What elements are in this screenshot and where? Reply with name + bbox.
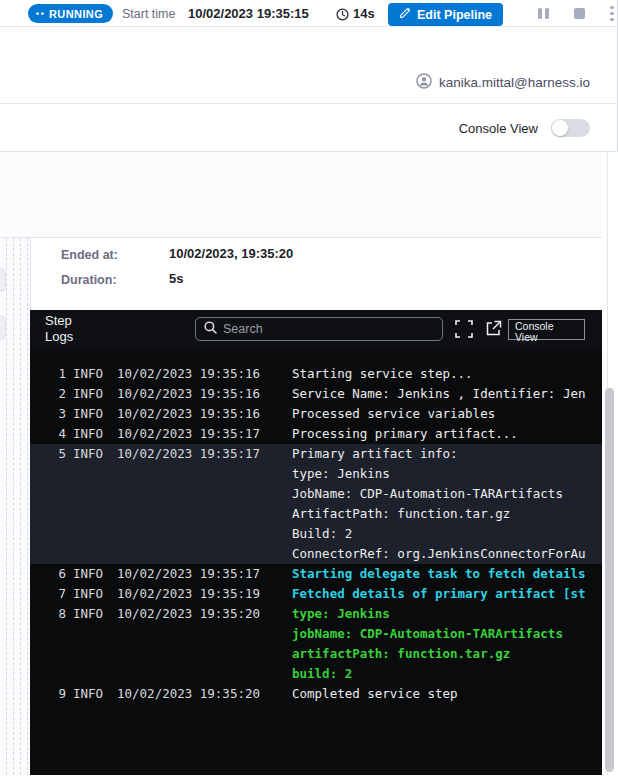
fullscreen-icon[interactable] xyxy=(455,320,473,338)
console-view-toggle[interactable] xyxy=(551,119,590,137)
console-view-label: Console View xyxy=(459,121,538,136)
log-entry: 1INFO10/02/2023 19:35:16Starting service… xyxy=(30,364,602,384)
step-logs-panel: Step Logs Console View 1INFO10/02/2023 1… xyxy=(30,310,602,775)
edit-pipeline-label: Edit Pipeline xyxy=(417,8,492,22)
run-status-bar: RUNNING Start time 10/02/2023 19:35:15 1… xyxy=(0,0,618,27)
log-search-box xyxy=(195,317,443,341)
running-indicator-dots xyxy=(36,12,44,15)
log-entry: 5INFO10/02/2023 19:35:17Primary artifact… xyxy=(30,444,602,564)
log-entry: 2INFO10/02/2023 19:35:16Service Name: Je… xyxy=(30,384,602,404)
stop-execution-button[interactable] xyxy=(574,0,585,27)
pencil-icon xyxy=(399,7,411,22)
log-entry: 7INFO10/02/2023 19:35:19Fetched details … xyxy=(30,584,602,604)
start-time-label: Start time xyxy=(122,7,176,21)
log-entry: 4INFO10/02/2023 19:35:17Processing prima… xyxy=(30,424,602,444)
vertical-scrollbar[interactable] xyxy=(605,388,614,772)
pause-execution-button[interactable] xyxy=(538,0,552,27)
account-bar: kanika.mittal@harness.io xyxy=(0,28,618,103)
console-view-button[interactable]: Console View xyxy=(508,319,585,340)
log-panel-title: Step Logs xyxy=(45,313,97,345)
edit-pipeline-button[interactable]: Edit Pipeline xyxy=(388,3,503,26)
log-entry: 9INFO10/02/2023 19:35:20Completed servic… xyxy=(30,684,602,704)
pipeline-node-partial[interactable] xyxy=(0,268,6,292)
duration-label: Duration: xyxy=(61,273,117,287)
canvas-grid-line xyxy=(27,238,28,775)
execution-detail-page: RUNNING Start time 10/02/2023 19:35:15 1… xyxy=(0,0,618,778)
log-search-input[interactable] xyxy=(223,322,434,336)
pipeline-canvas-strip xyxy=(0,238,30,775)
ended-at-value: 10/02/2023, 19:35:20 xyxy=(169,246,293,261)
canvas-grid-line xyxy=(20,238,21,775)
user-menu[interactable]: kanika.mittal@harness.io xyxy=(416,73,590,92)
log-panel-header: Step Logs Console View xyxy=(30,310,602,348)
pipeline-node-partial[interactable] xyxy=(0,315,6,340)
more-options-menu-button[interactable] xyxy=(607,0,617,27)
view-options-bar: Console View xyxy=(0,104,618,152)
log-entry: 8INFO10/02/2023 19:35:20type: Jenkinsjob… xyxy=(30,604,602,684)
start-time-value: 10/02/2023 19:35:15 xyxy=(188,6,309,21)
user-email: kanika.mittal@harness.io xyxy=(439,75,590,90)
user-avatar-icon xyxy=(416,73,432,92)
log-body: 1INFO10/02/2023 19:35:16Starting service… xyxy=(30,348,602,775)
log-entry: 3INFO10/02/2023 19:35:16Processed servic… xyxy=(30,404,602,424)
elapsed-time: 14s xyxy=(353,6,375,21)
toggle-knob xyxy=(552,120,568,136)
open-in-new-tab-icon[interactable] xyxy=(485,320,502,337)
duration-value: 5s xyxy=(169,271,183,286)
ended-at-label: Ended at: xyxy=(61,248,118,262)
log-entry: 6INFO10/02/2023 19:35:17Starting delegat… xyxy=(30,564,602,584)
status-badge-label: RUNNING xyxy=(49,8,103,20)
status-badge: RUNNING xyxy=(28,4,113,23)
clock-icon xyxy=(336,7,349,25)
canvas-grid-line xyxy=(13,238,14,775)
canvas-grid-line xyxy=(6,238,7,775)
search-icon xyxy=(204,320,217,338)
